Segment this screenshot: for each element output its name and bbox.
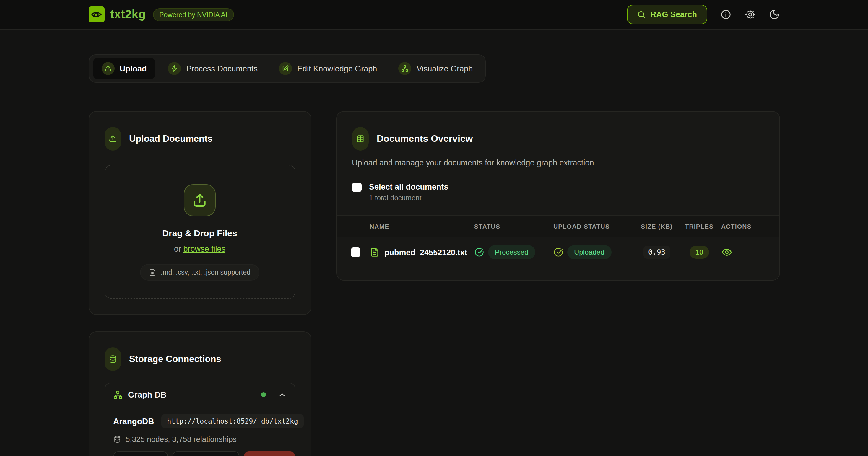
- graph-network-icon: [398, 62, 411, 75]
- txt2kg-app: txt2kg Powered by NVIDIA AI RAG Search: [0, 0, 868, 456]
- documents-panel-subtitle: Upload and manage your documents for kno…: [352, 158, 764, 167]
- documents-panel-title: Documents Overview: [377, 133, 473, 144]
- disconnect-button[interactable]: Disconnect: [173, 451, 240, 456]
- file-icon: [149, 269, 156, 276]
- upload-status-badge: Uploaded: [567, 245, 612, 259]
- select-all-label: Select all documents: [369, 183, 448, 191]
- refresh-button[interactable]: Refresh: [113, 451, 168, 456]
- column-actions: ACTIONS: [718, 223, 779, 230]
- storage-connections-panel: Storage Connections: [88, 331, 311, 456]
- main-tabbar: Upload Process Documents: [88, 54, 486, 83]
- column-name: NAME: [370, 223, 474, 230]
- settings-gear-icon[interactable]: [744, 9, 755, 20]
- check-circle-icon: [553, 248, 563, 257]
- graph-db-url: http://localhost:8529/_db/txt2kg: [161, 414, 304, 428]
- storage-panel-title: Storage Connections: [129, 354, 221, 364]
- total-documents-label: 1 total document: [369, 194, 448, 202]
- triples-count-badge: 10: [689, 246, 709, 259]
- upload-panel-title: Upload Documents: [129, 133, 212, 144]
- column-status: STATUS: [474, 223, 553, 230]
- supported-formats-pill: .md, .csv, .txt, .json supported: [140, 264, 259, 281]
- info-icon[interactable]: [720, 9, 731, 20]
- row-checkbox[interactable]: [351, 248, 360, 257]
- chevron-up-icon: [277, 390, 286, 399]
- app-title: txt2kg: [110, 8, 146, 21]
- table-row: pubmed_24552120.txt Processed: [337, 237, 779, 267]
- powered-by-badge: Powered by NVIDIA AI: [153, 8, 234, 21]
- check-circle-icon: [474, 248, 484, 257]
- search-icon: [637, 10, 646, 19]
- upload-icon: [184, 184, 216, 216]
- view-eye-icon[interactable]: [721, 247, 732, 258]
- document-name: pubmed_24552120.txt: [384, 248, 467, 257]
- file-dropzone[interactable]: Drag & Drop Files or browse files: [104, 165, 295, 299]
- database-icon: [113, 435, 121, 443]
- graph-db-label: Graph DB: [128, 390, 255, 399]
- documents-overview-panel: Documents Overview Upload and manage you…: [336, 111, 780, 281]
- file-text-icon: [370, 248, 379, 257]
- tab-edit-knowledge-graph[interactable]: Edit Knowledge Graph: [270, 58, 386, 79]
- clear-button[interactable]: Clear: [244, 451, 295, 456]
- upload-icon: [101, 62, 114, 75]
- header-actions: RAG Search: [627, 5, 780, 24]
- tab-visualize-graph[interactable]: Visualize Graph: [390, 58, 482, 79]
- table-grid-icon: [352, 127, 368, 151]
- tab-upload-label: Upload: [120, 64, 147, 73]
- graph-db-provider: ArangoDB: [113, 416, 154, 426]
- size-value: 0.93: [644, 246, 670, 259]
- upload-documents-panel: Upload Documents Drag & Drop Files or br…: [88, 111, 311, 315]
- graph-db-stats: 5,325 nodes, 3,758 relationships: [126, 435, 237, 444]
- zap-icon: [168, 62, 181, 75]
- select-all-checkbox[interactable]: [352, 183, 361, 192]
- rag-search-button[interactable]: RAG Search: [627, 5, 707, 24]
- upload-icon: [104, 127, 121, 151]
- column-triples: TRIPLES: [681, 223, 718, 230]
- graph-network-icon: [113, 390, 122, 399]
- database-icon: [104, 347, 121, 371]
- nvidia-logo-icon: [88, 6, 104, 23]
- supported-formats-label: .md, .csv, .txt, .json supported: [161, 269, 251, 276]
- dropzone-heading: Drag & Drop Files: [114, 228, 285, 238]
- edit-pen-icon: [279, 62, 292, 75]
- tab-visualize-label: Visualize Graph: [416, 64, 473, 73]
- graph-db-section: Graph DB ArangoDB: [104, 383, 295, 456]
- documents-table: NAME STATUS UPLOAD STATUS SIZE (KB) TRIP…: [337, 215, 779, 281]
- tab-process-documents[interactable]: Process Documents: [159, 58, 267, 79]
- tab-edit-label: Edit Knowledge Graph: [297, 64, 377, 73]
- column-upload-status: UPLOAD STATUS: [553, 223, 632, 230]
- dark-mode-moon-icon[interactable]: [769, 9, 780, 20]
- browse-files-link[interactable]: browse files: [183, 245, 225, 253]
- rag-search-label: RAG Search: [650, 10, 697, 19]
- tab-upload[interactable]: Upload: [92, 58, 156, 79]
- tab-process-label: Process Documents: [186, 64, 258, 73]
- column-size: SIZE (KB): [632, 223, 681, 230]
- documents-table-header: NAME STATUS UPLOAD STATUS SIZE (KB) TRIP…: [337, 215, 779, 237]
- graph-db-connected-dot: [261, 392, 266, 397]
- graph-db-toggle[interactable]: Graph DB: [105, 383, 294, 406]
- brand: txt2kg Powered by NVIDIA AI: [88, 6, 234, 23]
- app-header: txt2kg Powered by NVIDIA AI RAG Search: [0, 0, 868, 30]
- status-badge: Processed: [488, 245, 535, 259]
- dropzone-or-text: or: [174, 245, 183, 253]
- graph-db-details: ArangoDB http://localhost:8529/_db/txt2k…: [105, 406, 294, 456]
